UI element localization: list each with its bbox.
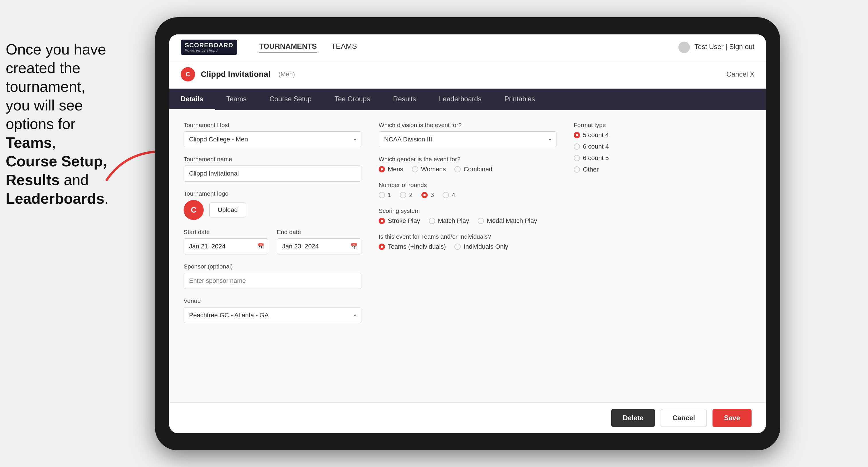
tab-printables[interactable]: Printables [493,89,547,110]
format-other[interactable]: Other [574,166,751,173]
tablet-screen: SCOREBOARD Powered by clippd TOURNAMENTS… [169,34,766,433]
tabs-bar: Details Teams Course Setup Tee Groups Re… [169,89,766,110]
scoring-match[interactable]: Match Play [429,217,469,225]
teams-plus-dot [379,244,385,250]
rounds-3-dot [422,192,428,198]
rounds-2[interactable]: 2 [400,191,412,199]
gender-womens[interactable]: Womens [412,165,446,173]
gender-mens-dot [379,166,385,173]
action-bar: Delete Cancel Save [169,402,766,433]
format-6count4[interactable]: 6 count 4 [574,143,751,150]
rounds-4[interactable]: 4 [443,191,455,199]
teams-radio-row: Teams (+Individuals) Individuals Only [379,243,557,250]
format-6count5[interactable]: 6 count 5 [574,154,751,162]
format-label: Format type [574,122,751,128]
start-date-input[interactable] [184,238,268,254]
name-input[interactable] [184,165,362,182]
cancel-button[interactable]: Cancel [661,409,707,427]
end-date-group: End date 📅 [277,229,362,254]
gender-label: Which gender is the event for? [379,156,557,163]
delete-button[interactable]: Delete [611,409,655,427]
scoring-stroke[interactable]: Stroke Play [379,217,420,225]
gender-mens[interactable]: Mens [379,165,403,173]
rounds-3[interactable]: 3 [422,191,434,199]
name-group: Tournament name [184,156,362,182]
format-6count5-dot [574,155,580,161]
format-5count4[interactable]: 5 count 4 [574,131,751,139]
logo-circle: C [184,200,204,220]
rounds-1-dot [379,192,385,198]
upload-button[interactable]: Upload [209,203,246,217]
save-button[interactable]: Save [713,409,751,427]
scoring-radio-row: Stroke Play Match Play Medal Match Play [379,217,557,225]
end-date-input[interactable] [277,238,362,254]
format-6count4-dot [574,144,580,150]
cancel-x-button[interactable]: Cancel X [726,70,754,78]
top-nav: SCOREBOARD Powered by clippd TOURNAMENTS… [169,34,766,60]
rounds-4-dot [443,192,449,198]
tab-course-setup[interactable]: Course Setup [258,89,323,110]
form-col-2: Which division is the event for? NCAA Di… [379,122,557,323]
gender-womens-dot [412,166,418,173]
host-label: Tournament Host [184,122,362,128]
rounds-1[interactable]: 1 [379,191,391,199]
individuals-only-dot [454,244,461,250]
user-sign-out[interactable]: Test User | Sign out [694,43,754,51]
logo: SCOREBOARD Powered by clippd [181,39,237,55]
rounds-radio-row: 1 2 3 4 [379,191,557,199]
start-date-group: Start date 📅 [184,229,268,254]
user-info[interactable]: Test User | Sign out [678,41,754,53]
end-date-icon: 📅 [350,243,358,250]
logo-group: Tournament logo C Upload [184,190,362,220]
gender-combined-dot [454,166,461,173]
form-area: Tournament Host Clippd College - Men Tou… [169,110,766,402]
start-date-icon: 📅 [257,243,264,250]
logo-upload-area: C Upload [184,200,362,220]
form-col-1: Tournament Host Clippd College - Men Tou… [184,122,362,323]
start-date-label: Start date [184,229,268,236]
rounds-group: Number of rounds 1 2 [379,182,557,199]
host-select[interactable]: Clippd College - Men [184,131,362,147]
division-group: Which division is the event for? NCAA Di… [379,122,557,147]
teams-label: Is this event for Teams and/or Individua… [379,233,557,240]
logo-area: SCOREBOARD Powered by clippd TOURNAMENTS… [181,39,357,55]
tournament-name: Clippd Invitational [201,70,271,79]
sponsor-label: Sponsor (optional) [184,263,362,270]
tab-results[interactable]: Results [381,89,427,110]
main-content: C Clippd Invitational (Men) Cancel X Det… [169,60,766,433]
format-5count4-dot [574,132,580,138]
gender-radio-row: Mens Womens Combined [379,165,557,173]
form-col-3: Format type 5 count 4 6 count 4 [574,122,751,323]
format-radio-group: 5 count 4 6 count 4 6 count 5 [574,131,751,173]
instruction-text: Once you have created the tournament, yo… [0,34,123,214]
nav-links: TOURNAMENTS TEAMS [259,42,357,53]
nav-tournaments[interactable]: TOURNAMENTS [259,42,317,53]
end-date-label: End date [277,229,362,236]
tournament-header: C Clippd Invitational (Men) Cancel X [169,60,766,89]
tab-leaderboards[interactable]: Leaderboards [427,89,493,110]
format-group: Format type 5 count 4 6 count 4 [574,122,751,173]
division-label: Which division is the event for? [379,122,557,128]
sponsor-input[interactable] [184,273,362,289]
venue-select[interactable]: Peachtree GC - Atlanta - GA [184,307,362,323]
individuals-only[interactable]: Individuals Only [454,243,508,250]
name-label: Tournament name [184,156,362,163]
scoring-medal-match[interactable]: Medal Match Play [477,217,537,225]
gender-combined[interactable]: Combined [454,165,492,173]
tab-teams[interactable]: Teams [215,89,258,110]
tournament-icon: C [181,67,195,82]
tablet-frame: SCOREBOARD Powered by clippd TOURNAMENTS… [155,17,780,450]
user-avatar [678,41,690,53]
teams-plus-individuals[interactable]: Teams (+Individuals) [379,243,446,250]
scoring-stroke-dot [379,218,385,224]
venue-group: Venue Peachtree GC - Atlanta - GA [184,298,362,323]
scoring-group: Scoring system Stroke Play Match Play [379,208,557,225]
tournament-badge: (Men) [279,70,295,78]
rounds-2-dot [400,192,406,198]
tab-details[interactable]: Details [169,89,215,110]
venue-label: Venue [184,298,362,304]
teams-group: Is this event for Teams and/or Individua… [379,233,557,250]
tab-tee-groups[interactable]: Tee Groups [323,89,381,110]
division-select[interactable]: NCAA Division III [379,131,557,147]
nav-teams[interactable]: TEAMS [331,42,357,53]
